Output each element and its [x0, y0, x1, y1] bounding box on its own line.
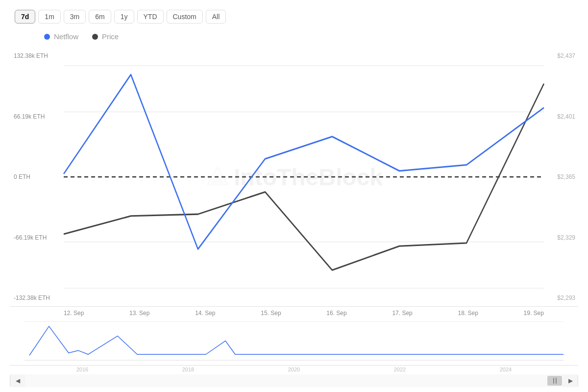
time-btn-1m[interactable]: 1m [38, 10, 60, 24]
mini-chart [10, 321, 578, 366]
scroll-handle[interactable] [547, 376, 562, 386]
mini-x-labels: 20162018202020222024 [10, 366, 578, 373]
time-btn-1y[interactable]: 1y [114, 10, 134, 24]
legend-price: Price [92, 32, 119, 41]
x-label-item: 16. Sep [326, 310, 346, 317]
mini-x-label-item: 2020 [288, 367, 300, 372]
x-label-item: 15. Sep [261, 310, 281, 317]
x-label-item: 12. Sep [64, 310, 84, 317]
scroll-handle-line-2 [556, 378, 557, 384]
legend-netflow: Netflow [44, 32, 78, 41]
chart-wrapper: 132.38k ETH66.19k ETH0 ETH-66.19k ETH-13… [10, 48, 578, 387]
time-btn-3m[interactable]: 3m [64, 10, 86, 24]
scrollbar[interactable]: ◀ ▶ [10, 374, 578, 387]
x-label-item: 13. Sep [129, 310, 149, 317]
time-btn-all[interactable]: All [206, 10, 226, 24]
x-axis-labels: 12. Sep13. Sep14. Sep15. Sep16. Sep17. S… [10, 307, 578, 319]
scroll-right-button[interactable]: ▶ [563, 374, 578, 387]
main-chart: 132.38k ETH66.19k ETH0 ETH-66.19k ETH-13… [10, 48, 578, 307]
chart-svg [10, 48, 578, 306]
mini-x-label-item: 2024 [500, 367, 512, 372]
x-label-item: 19. Sep [524, 310, 544, 317]
mini-x-label-item: 2022 [394, 367, 406, 372]
time-btn-custom[interactable]: Custom [167, 10, 203, 24]
time-btn-6m[interactable]: 6m [89, 10, 111, 24]
x-label-item: 14. Sep [195, 310, 215, 317]
price-dot [92, 34, 98, 40]
scroll-handle-lines [553, 378, 557, 384]
chart-legend: Netflow Price [10, 32, 578, 41]
x-label-item: 17. Sep [392, 310, 412, 317]
netflow-label: Netflow [54, 32, 78, 41]
netflow-dot [44, 34, 50, 40]
time-btn-7d[interactable]: 7d [15, 10, 35, 24]
scroll-track[interactable] [25, 374, 563, 387]
mini-x-label-item: 2018 [182, 367, 194, 372]
scroll-handle-line-1 [553, 378, 554, 384]
time-btn-ytd[interactable]: YTD [137, 10, 164, 24]
price-label: Price [102, 32, 119, 41]
x-label-item: 18. Sep [458, 310, 478, 317]
mini-chart-svg [10, 321, 578, 365]
time-range-selector: 7d1m3m6m1yYTDCustomAll [10, 10, 578, 24]
mini-x-label-item: 2016 [76, 367, 88, 372]
scroll-left-button[interactable]: ◀ [10, 374, 25, 387]
